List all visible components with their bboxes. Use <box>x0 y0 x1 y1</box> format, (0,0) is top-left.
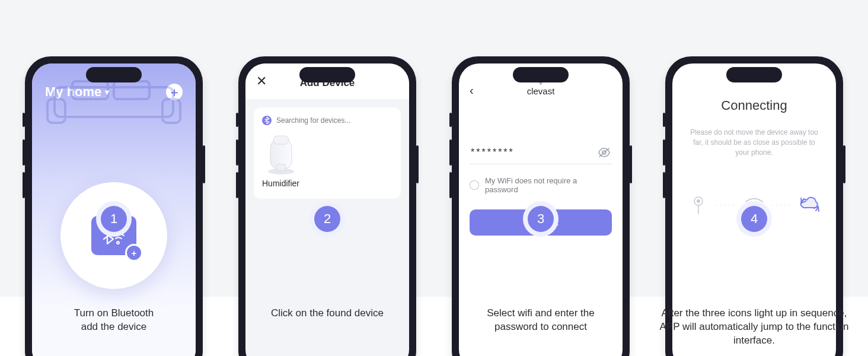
step-caption-4: After the three icons light up in sequen… <box>659 282 849 348</box>
step-badge-3: 3 <box>528 206 554 232</box>
step-caption-2: Click on the found device <box>271 282 384 320</box>
step-1: My home ▾ ＋ <box>25 56 203 297</box>
back-icon[interactable]: ‹ <box>470 84 474 97</box>
bluetooth-icon <box>262 116 272 125</box>
connecting-title: Connecting <box>687 98 822 113</box>
step-4: Connecting Please do not move the device… <box>665 56 843 297</box>
svg-rect-7 <box>273 136 289 144</box>
no-password-label: My WiFi does not require a password <box>485 176 612 194</box>
progress-dots: ····· <box>766 202 798 208</box>
svg-rect-3 <box>72 81 108 99</box>
step-2: ✕ Add Device Searching for devices... <box>238 56 416 297</box>
device-name: Humidifier <box>262 179 392 188</box>
step-3: ‹ clevast ******** <box>452 56 630 297</box>
radio-unchecked-icon <box>470 180 479 190</box>
mini-plus-icon: + <box>127 246 141 260</box>
password-masked: ******** <box>471 147 515 158</box>
device-search-card: Searching for devices... <box>254 107 401 199</box>
connecting-subtitle: Please do not move the device away too f… <box>687 128 822 157</box>
bluetooth-pair-card[interactable]: + <box>60 182 167 289</box>
step-caption-3: Select wifi and enter the password to co… <box>487 282 594 334</box>
step-caption-1: Turn on Bluetooth add the device <box>74 282 154 334</box>
svg-point-13 <box>697 200 700 202</box>
step-badge-2: 2 <box>314 206 340 232</box>
step-badge-1: 1 <box>101 206 127 232</box>
cloud-sync-icon <box>798 193 822 217</box>
svg-rect-2 <box>162 99 180 123</box>
humidifier-thumbnail <box>262 131 300 175</box>
found-device-item[interactable]: Humidifier <box>262 131 392 188</box>
svg-point-9 <box>541 84 541 85</box>
progress-dots: ····· <box>710 202 742 208</box>
step-badge-4: 4 <box>741 206 767 232</box>
eye-off-icon[interactable] <box>598 147 611 158</box>
svg-rect-1 <box>47 99 65 123</box>
wifi-ssid: clevast <box>527 86 555 96</box>
chevron-down-icon: ▾ <box>105 87 109 97</box>
svg-rect-8 <box>276 164 286 170</box>
password-input[interactable]: ******** <box>470 144 612 164</box>
no-password-option[interactable]: My WiFi does not require a password <box>470 176 612 194</box>
svg-rect-4 <box>114 81 149 99</box>
close-icon[interactable]: ✕ <box>256 74 267 89</box>
steps-band: My home ▾ ＋ <box>0 0 868 297</box>
antenna-icon <box>687 193 710 217</box>
searching-text: Searching for devices... <box>276 116 350 125</box>
